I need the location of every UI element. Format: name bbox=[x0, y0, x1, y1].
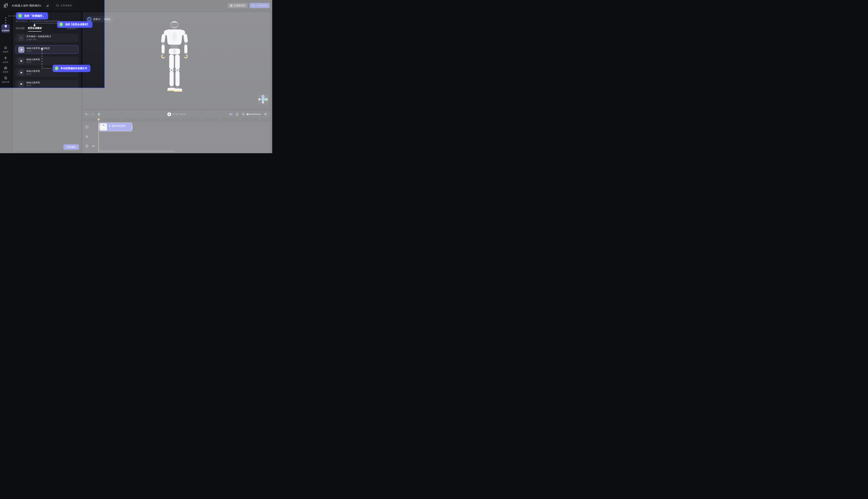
mute-speaker-icon[interactable] bbox=[92, 144, 95, 148]
action-track-icon bbox=[85, 135, 88, 138]
music-box-icon bbox=[4, 66, 8, 70]
play-button[interactable] bbox=[168, 112, 171, 116]
timeline-zoom-slider[interactable] bbox=[247, 114, 261, 114]
tab-add-audio[interactable]: 添加音频 bbox=[16, 27, 25, 30]
playhead-line[interactable] bbox=[98, 121, 99, 152]
chip-divider bbox=[102, 18, 102, 21]
ruler-label: 14f bbox=[238, 119, 241, 121]
clip-label: 超帅走路姿势 bbox=[112, 124, 125, 127]
task-list-icon bbox=[4, 76, 8, 80]
step-number-badge: 1 bbox=[18, 14, 22, 18]
deploy-to-device-button[interactable]: 下发到设备 bbox=[249, 3, 270, 8]
play-thumb-icon[interactable] bbox=[18, 58, 24, 64]
sidebar-item-expression-library[interactable]: 表情库 bbox=[0, 46, 11, 53]
tutorial-step-1[interactable]: 1 选择「音频编排」 bbox=[16, 12, 48, 20]
ruler-label: 10f bbox=[199, 119, 201, 121]
step-number-badge: 3 bbox=[55, 66, 59, 71]
step-text: 选择【使用合成素材】 bbox=[65, 23, 89, 26]
robot-edition: 青春版 bbox=[104, 18, 110, 21]
app-logo-icon bbox=[3, 3, 8, 8]
save-disk-icon bbox=[230, 4, 233, 7]
sidebar-item-audio-arrange[interactable]: 音频编排 bbox=[1, 24, 10, 33]
ruler-label: 16f bbox=[258, 119, 261, 121]
audio-item-duration: 00:03 bbox=[26, 61, 31, 63]
audio-item-title: 哈哈大笑声音-点击状态 bbox=[27, 47, 50, 50]
audio-item[interactable]: 哈哈大笑声音 00:03 bbox=[15, 57, 78, 65]
ruler-tick bbox=[190, 119, 190, 121]
gizmo-y-label: Y bbox=[262, 98, 264, 100]
ruler-label: 0f bbox=[100, 119, 102, 121]
app-root: A1机器人动作-我的项目1 文件未保存 bbox=[0, 0, 272, 153]
audio-track-icon bbox=[85, 144, 88, 148]
robot-name: 灵犀X2 bbox=[93, 18, 100, 21]
sidebar-item-my-tasks[interactable]: 我的任务 bbox=[0, 76, 11, 83]
ruler-label: 12f bbox=[219, 119, 221, 121]
ruler-label: 2f bbox=[120, 119, 122, 121]
timeline: 00:00 / 00:30 0f 2f 4f 6f 8f 10f bbox=[83, 110, 270, 153]
tab-use-synth-material[interactable]: 使用合成素材 bbox=[28, 27, 42, 30]
audio-item-duration: 00:03 bbox=[27, 50, 32, 52]
zoom-out-icon[interactable] bbox=[241, 112, 245, 116]
ruler-tick bbox=[210, 119, 210, 121]
cloud-unsaved-icon bbox=[56, 4, 59, 7]
save-status: 文件未保存 bbox=[53, 3, 74, 9]
audio-item-duration: 00:03 bbox=[26, 73, 31, 75]
time-display: 00:00 / 00:30 bbox=[173, 113, 186, 115]
play-thumb-icon[interactable] bbox=[18, 47, 24, 53]
robot-avatar bbox=[87, 17, 91, 22]
zoom-in-icon[interactable] bbox=[264, 112, 267, 116]
synthesize-save-button[interactable]: 合成并保存 bbox=[227, 3, 248, 8]
audio-item-status: 生成中 30% ... bbox=[26, 38, 39, 41]
timeline-clip-walk-pose[interactable]: 超帅走路姿势 bbox=[99, 123, 132, 131]
active-tab-underline bbox=[28, 31, 42, 32]
timeline-ruler[interactable]: 0f 2f 4f 6f 8f 10f 12f 14f 16f bbox=[83, 118, 270, 122]
axis-gizmo[interactable]: Z X Y bbox=[258, 94, 269, 105]
timeline-controls: 00:00 / 00:30 bbox=[83, 110, 270, 118]
audio-arrange-panel: 音频编排 通过音频处理，生成音频素材以及融合动作和表情 添加音频 使用合成素材 … bbox=[13, 12, 81, 151]
expression-track-icon bbox=[85, 125, 88, 129]
topbar-actions: 合成并保存 下发到设备 bbox=[227, 3, 270, 8]
sidebar-item-audio-library[interactable]: 音频库 bbox=[0, 66, 11, 73]
step-text: 单击想要编排的音频文件 bbox=[61, 67, 87, 70]
start-arrange-button[interactable]: 开始编排 bbox=[63, 144, 79, 150]
save-status-label: 文件未保存 bbox=[61, 4, 72, 7]
audio-item[interactable]: 哈哈大笑声音 00:03 bbox=[15, 80, 78, 88]
clip-trim-handle-left[interactable] bbox=[99, 125, 99, 129]
sidebar: 动作模仿 音频编排 表情库 bbox=[0, 11, 11, 153]
play-thumb-icon[interactable] bbox=[18, 81, 24, 87]
track-separator bbox=[83, 132, 270, 133]
fit-width-icon[interactable] bbox=[235, 112, 239, 116]
robot-face-icon bbox=[4, 46, 8, 50]
sidebar-item-motion-library[interactable]: 动作库 bbox=[0, 56, 11, 63]
viewport-3d[interactable]: 灵犀X2 青春版 Z X Y bbox=[83, 12, 270, 109]
snap-toggle-icon[interactable] bbox=[229, 112, 233, 116]
audio-item-selected[interactable]: 哈哈大笑声音-点击状态 00:03 bbox=[15, 45, 78, 54]
floor-grid bbox=[83, 101, 270, 109]
rename-button[interactable] bbox=[45, 3, 51, 9]
gizmo-z-label: Z bbox=[262, 96, 263, 97]
audio-item-title: 哈哈大笑声音 bbox=[26, 81, 40, 84]
timeline-tracks: 超帅走路姿势 bbox=[83, 122, 270, 153]
audio-item-generating[interactable]: 百年难得一见的练武奇才 生成中 30% ... bbox=[15, 34, 78, 42]
undo-icon[interactable] bbox=[85, 112, 88, 116]
sidebar-item-label: 动作库 bbox=[3, 61, 9, 63]
redo-icon[interactable] bbox=[91, 112, 95, 116]
delete-icon[interactable] bbox=[97, 112, 101, 116]
step-number-badge: 2 bbox=[59, 23, 63, 27]
audio-item-title: 哈哈大笑声音 bbox=[26, 70, 40, 73]
step-text: 选择「音频编排」 bbox=[24, 14, 45, 17]
pencil-icon bbox=[46, 4, 49, 7]
tutorial-step-2[interactable]: 2 选择【使用合成素材】 bbox=[57, 21, 92, 28]
deploy-label: 下发到设备 bbox=[256, 4, 267, 7]
clip-trim-handle-right[interactable] bbox=[132, 125, 132, 129]
ruler-label: 4f bbox=[140, 119, 141, 121]
timeline-horizontal-scrollbar[interactable] bbox=[99, 150, 175, 152]
playhead-marker[interactable] bbox=[98, 118, 100, 121]
tutorial-step-3[interactable]: 3 单击想要编排的音频文件 bbox=[53, 65, 90, 72]
sidebar-item-label: 音频编排 bbox=[2, 29, 9, 32]
robot-download-icon bbox=[252, 4, 255, 7]
play-thumb-icon[interactable] bbox=[18, 70, 24, 76]
zoom-slider-knob[interactable] bbox=[247, 113, 248, 115]
robot-model[interactable] bbox=[154, 19, 195, 100]
ruler-label: 8f bbox=[180, 119, 181, 121]
